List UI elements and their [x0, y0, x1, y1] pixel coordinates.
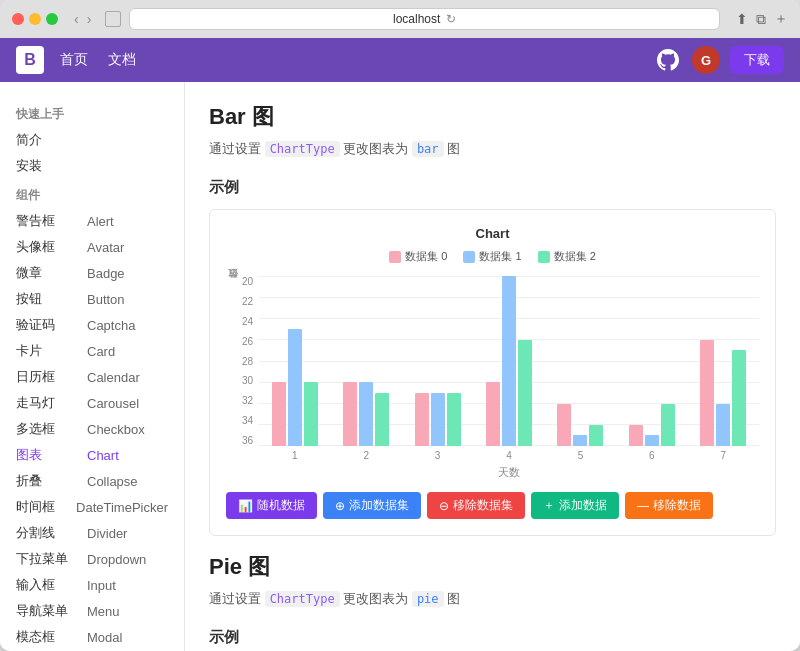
sidebar-item-input[interactable]: 输入框 Input	[0, 572, 184, 598]
sidebar-item-card[interactable]: 卡片 Card	[0, 338, 184, 364]
legend-item-2: 数据集 2	[538, 249, 596, 264]
share-icon[interactable]: ⬆	[736, 10, 748, 28]
remove-dataset-button[interactable]: ⊖ 移除数据集	[427, 492, 525, 519]
plus-icon[interactable]: ＋	[774, 10, 788, 28]
sidebar: 快速上手 简介 安装 组件 警告框 Alert 头像框 Avatar 微章 Ba…	[0, 82, 185, 651]
minimize-button[interactable]	[29, 13, 41, 25]
remove-dataset-icon: ⊖	[439, 499, 449, 513]
legend-dot-0	[389, 251, 401, 263]
bar-2-2	[447, 393, 461, 446]
new-tab-icon[interactable]: ⧉	[756, 10, 766, 28]
title-bar: ‹ › localhost ↻ ⬆ ⧉ ＋	[0, 0, 800, 38]
sidebar-item-alert[interactable]: 警告框 Alert	[0, 208, 184, 234]
bars-row	[259, 276, 759, 446]
bar-chart-container: Chart 数据集 0 数据集 1 数据集 2	[209, 209, 776, 536]
y-label-32: 32	[242, 395, 253, 406]
nav-home[interactable]: 首页	[60, 51, 88, 69]
sidebar-label-badge-en: Badge	[87, 266, 125, 281]
pie-section-label: 示例	[209, 624, 776, 647]
brand-logo: B	[16, 46, 44, 74]
close-button[interactable]	[12, 13, 24, 25]
chart-with-axes: 数值 36 34 32 30 28 26 24 22 20	[226, 276, 759, 480]
x-label-0: 1	[292, 450, 298, 461]
bar-3-0	[486, 382, 500, 446]
sidebar-item-avatar[interactable]: 头像框 Avatar	[0, 234, 184, 260]
bar-description: 通过设置 ChartType 更改图表为 bar 图	[209, 140, 776, 158]
sidebar-item-install[interactable]: 安装	[0, 153, 184, 179]
bar-chart-title: Chart	[226, 226, 759, 241]
bar-group-6	[700, 340, 746, 446]
sidebar-item-badge[interactable]: 微章 Badge	[0, 260, 184, 286]
bar-group-0	[272, 329, 318, 446]
bar-code: bar	[412, 141, 444, 157]
sidebar-item-carousel[interactable]: 走马灯 Carousel	[0, 390, 184, 416]
sidebar-label-divider-zh: 分割线	[16, 524, 71, 542]
sidebar-item-captcha[interactable]: 验证码 Captcha	[0, 312, 184, 338]
nav-docs[interactable]: 文档	[108, 51, 136, 69]
page-title-bar: Bar 图	[209, 102, 776, 132]
add-data-button[interactable]: ＋ 添加数据	[531, 492, 619, 519]
sidebar-item-checkbox[interactable]: 多选框 Checkbox	[0, 416, 184, 442]
bar-6-0	[700, 340, 714, 446]
add-dataset-icon: ⊕	[335, 499, 345, 513]
x-label-4: 5	[578, 450, 584, 461]
sidebar-label-badge-zh: 微章	[16, 264, 71, 282]
sidebar-label-datetime-en: DateTimePicker	[76, 500, 168, 515]
browser-window: ‹ › localhost ↻ ⬆ ⧉ ＋ B 首页 文档 G 下载	[0, 0, 800, 651]
github-icon[interactable]	[654, 46, 682, 74]
sidebar-item-dropdown[interactable]: 下拉菜单 Dropdown	[0, 546, 184, 572]
y-label-24: 24	[242, 316, 253, 327]
bar-5-0	[629, 425, 643, 446]
sidebar-item-modal[interactable]: 模态框 Modal	[0, 624, 184, 650]
sidebar-label-avatar-en: Avatar	[87, 240, 124, 255]
x-label-3: 4	[506, 450, 512, 461]
bar-0-0	[272, 382, 286, 446]
sidebar-item-collapse[interactable]: 折叠 Collapse	[0, 468, 184, 494]
sidebar-label-button-zh: 按钮	[16, 290, 71, 308]
sidebar-label-checkbox-zh: 多选框	[16, 420, 71, 438]
legend-item-1: 数据集 1	[463, 249, 521, 264]
sidebar-item-chart[interactable]: 图表 Chart	[0, 442, 184, 468]
sidebar-label-modal-zh: 模态框	[16, 628, 71, 646]
sidebar-label-menu-en: Menu	[87, 604, 120, 619]
remove-data-button[interactable]: — 移除数据	[625, 492, 713, 519]
sidebar-item-intro[interactable]: 简介	[0, 127, 184, 153]
chart-legend: 数据集 0 数据集 1 数据集 2	[226, 249, 759, 264]
gitee-icon[interactable]: G	[692, 46, 720, 74]
remove-dataset-label: 移除数据集	[453, 497, 513, 514]
bar-4-0	[557, 404, 571, 447]
app-nav: B 首页 文档 G 下载	[0, 38, 800, 82]
y-label-34: 34	[242, 415, 253, 426]
sidebar-item-calendar[interactable]: 日历框 Calendar	[0, 364, 184, 390]
x-axis-label: 天数	[259, 465, 759, 480]
sidebar-label-menu-zh: 导航菜单	[16, 602, 71, 620]
bar-chart-icon: 📊	[238, 499, 253, 513]
y-axis-title-container: 数值	[226, 276, 240, 286]
sidebar-item-button[interactable]: 按钮 Button	[0, 286, 184, 312]
legend-label-2: 数据集 2	[554, 249, 596, 264]
sidebar-label-input-en: Input	[87, 578, 116, 593]
add-dataset-button[interactable]: ⊕ 添加数据集	[323, 492, 421, 519]
x-label-5: 6	[649, 450, 655, 461]
sidebar-item-menu[interactable]: 导航菜单 Menu	[0, 598, 184, 624]
sidebar-label-captcha-en: Captcha	[87, 318, 135, 333]
bar-4-1	[573, 435, 587, 446]
sidebar-label-collapse-zh: 折叠	[16, 472, 71, 490]
download-button[interactable]: 下载	[730, 46, 784, 74]
nav-links: 首页 文档	[60, 51, 136, 69]
pie-section: Pie 图 通过设置 ChartType 更改图表为 pie 图 示例	[209, 552, 776, 647]
maximize-button[interactable]	[46, 13, 58, 25]
url-bar[interactable]: localhost ↻	[129, 8, 720, 30]
section-title-components: 组件	[0, 179, 184, 208]
random-data-button[interactable]: 📊 随机数据	[226, 492, 317, 519]
add-data-label: 添加数据	[559, 497, 607, 514]
sidebar-item-datetimepicker[interactable]: 时间框 DateTimePicker	[0, 494, 184, 520]
bar-2-1	[431, 393, 445, 446]
bar-section-label: 示例	[209, 174, 776, 197]
sidebar-item-divider[interactable]: 分割线 Divider	[0, 520, 184, 546]
refresh-icon[interactable]: ↻	[446, 12, 456, 26]
sidebar-label-install-zh: 安装	[16, 157, 71, 175]
back-button[interactable]: ‹	[72, 11, 81, 27]
bar-0-1	[288, 329, 302, 446]
forward-button[interactable]: ›	[85, 11, 94, 27]
